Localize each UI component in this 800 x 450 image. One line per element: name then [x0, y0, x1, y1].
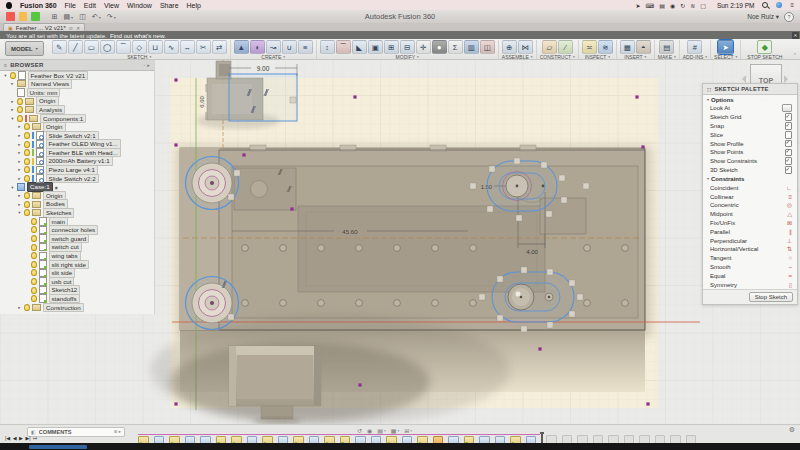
visibility-bulb-icon[interactable] [31, 226, 37, 233]
wifi-icon[interactable]: ≋ [690, 2, 695, 9]
toolbar-group-label-inspect[interactable]: INSPECT▾ [585, 54, 610, 60]
close-window-button[interactable] [6, 12, 15, 21]
menu-edit[interactable]: Edit [84, 2, 96, 9]
palette-constraint-horizontal-vertical[interactable]: Horizontal/Vertical⇅ [703, 245, 797, 254]
interference-icon[interactable]: ◫ [480, 40, 495, 54]
help-icon[interactable]: ? [784, 12, 794, 22]
menu-view[interactable]: View [104, 2, 119, 9]
viewcube-arrow-left[interactable] [742, 75, 746, 83]
toolbar-group-label-insert[interactable]: INSERT▾ [624, 54, 646, 60]
joint-icon[interactable]: ⋈ [518, 40, 533, 54]
slot-icon[interactable]: ⊔ [148, 40, 163, 54]
undo-icon[interactable]: ↶ ▾ [92, 13, 101, 21]
new-component-icon[interactable]: ⊕ [502, 40, 517, 54]
zoom-window-button[interactable] [31, 12, 40, 21]
visibility-bulb-icon[interactable] [31, 252, 37, 259]
checkbox-slice[interactable] [785, 131, 793, 139]
select-icon[interactable]: ➤ [718, 40, 733, 54]
visibility-bulb-icon[interactable] [17, 98, 23, 105]
timeline-settings-gear-icon[interactable]: ⚙ [789, 426, 795, 434]
tree-expander-icon[interactable]: ▾ [17, 210, 22, 215]
tree-expander-icon[interactable]: ▸ [17, 193, 22, 198]
toolbar-group-label-construct[interactable]: CONSTRUCT▾ [540, 54, 575, 60]
visibility-bulb-icon[interactable] [24, 132, 30, 139]
step-back-button[interactable]: ◀ [13, 435, 17, 441]
visibility-bulb-icon[interactable] [17, 115, 23, 122]
user-account-menu[interactable]: Noe Ruiz ▾ [747, 13, 779, 21]
sweep-icon[interactable]: ↝ [266, 40, 281, 54]
trim-icon[interactable]: ✂ [196, 40, 211, 54]
visibility-bulb-icon[interactable] [24, 158, 30, 165]
browser-row-case-1[interactable]: ▾Case:1◉ [0, 183, 154, 192]
arc-icon[interactable]: ⌒ [116, 40, 131, 54]
toolbar-group-label-modify[interactable]: MODIFY▾ [396, 54, 419, 60]
palette-constraint-symmetry[interactable]: Symmetry▯ [703, 280, 797, 289]
tree-expander-icon[interactable]: ▸ [17, 133, 22, 138]
checkbox-sketch-grid[interactable] [785, 113, 793, 121]
siri-icon[interactable] [776, 2, 782, 8]
tree-expander-icon[interactable]: ▸ [10, 81, 15, 86]
airplay-icon[interactable]: ➤ [636, 2, 641, 9]
palette-constraint-midpoint[interactable]: Midpoint△ [703, 210, 797, 219]
visibility-bulb-icon[interactable] [24, 141, 30, 148]
menu-share[interactable]: Share [160, 2, 179, 9]
tree-expander-icon[interactable]: ▸ [17, 202, 22, 207]
fillet-icon[interactable]: ⌒ [336, 40, 351, 54]
browser-row-named-views[interactable]: ▸Named Views [0, 80, 154, 89]
checkbox-3d-sketch[interactable] [785, 166, 793, 174]
tree-expander-icon[interactable]: ▸ [17, 150, 22, 155]
visibility-bulb-icon[interactable] [31, 287, 37, 294]
visibility-bulb-icon[interactable] [31, 261, 37, 268]
palette-constraint-collinear[interactable]: Collinear≡ [703, 192, 797, 201]
sketch-palette-header[interactable]: ∷ SKETCH PALETTE [703, 84, 797, 95]
add-ins-icon[interactable]: # [687, 40, 702, 54]
file-menu-icon[interactable]: ▤ ▾ [63, 13, 73, 21]
app-menu[interactable]: Fusion 360 [20, 2, 57, 9]
tree-expander-icon[interactable]: ▾ [3, 73, 8, 78]
dimension-icon[interactable]: ↔ [180, 40, 195, 54]
look-at-button[interactable] [782, 104, 792, 112]
palette-constraint-fix-unfix[interactable]: Fix/UnFix⊠ [703, 219, 797, 228]
tree-expander-icon[interactable]: ▸ [17, 167, 22, 172]
palette-option-snap[interactable]: Snap [703, 122, 797, 131]
browser-row-connector-holes[interactable]: connector holes [0, 226, 154, 235]
toolbar-group-label-make[interactable]: MAKE▾ [658, 54, 676, 60]
go-to-end-button[interactable]: ↦ [33, 435, 37, 441]
tree-expander-icon[interactable]: ▾ [10, 116, 15, 121]
browser-row-construction[interactable]: ▸Construction [0, 303, 154, 312]
viewcube-arrow-right[interactable] [784, 75, 788, 83]
tree-expander-icon[interactable]: ▸ [17, 124, 22, 129]
whats-new-link[interactable]: Find out what's new. [110, 32, 166, 39]
sync-icon[interactable]: ↻ [680, 2, 685, 9]
palette-option-look-at[interactable]: Look At [703, 104, 797, 113]
visibility-bulb-icon[interactable] [24, 175, 30, 182]
notification-center-icon[interactable]: ≡ [790, 2, 794, 8]
tree-expander-icon[interactable]: ▸ [17, 305, 22, 310]
coil-icon[interactable]: ≡ [298, 40, 313, 54]
battery-icon[interactable]: ▢ [700, 2, 706, 9]
palette-constraints-section[interactable]: ▾ Constraints [703, 174, 797, 183]
shell-icon[interactable]: ▣ [368, 40, 383, 54]
construction-plane-icon[interactable]: ▱ [542, 40, 557, 54]
redo-icon[interactable]: ↷ ▾ [107, 13, 116, 21]
palette-constraint-coincident[interactable]: Coincident∟ [703, 183, 797, 192]
workspace-selector[interactable]: MODEL▾ [5, 41, 44, 56]
browser-row-analysis[interactable]: ▸Analysis [0, 105, 154, 114]
palette-constraint-parallel[interactable]: Parallel∥ [703, 227, 797, 236]
tree-expander-icon[interactable]: ▸ [10, 107, 15, 112]
browser-row-wing-tabs[interactable]: wing tabs [0, 251, 154, 260]
palette-option-show-points[interactable]: Show Points [703, 148, 797, 157]
browser-row-origin[interactable]: ▸Origin [0, 97, 154, 106]
section-analysis-icon[interactable]: ≋ [598, 40, 613, 54]
minimize-window-button[interactable] [19, 12, 28, 21]
visibility-bulb-icon[interactable] [17, 106, 23, 113]
spotlight-search-icon[interactable] [762, 2, 768, 8]
browser-row-sketches[interactable]: ▾Sketches [0, 209, 154, 218]
line-icon[interactable]: ╱ [68, 40, 83, 54]
rectangle-icon[interactable]: ▭ [84, 40, 99, 54]
visibility-bulb-icon[interactable] [24, 304, 30, 311]
toolbar-group-label-add-ins[interactable]: ADD-INS▾ [683, 54, 707, 60]
display-icon[interactable]: ▤ [659, 2, 665, 9]
comments-header-icons[interactable]: ⊙ ▸ [114, 429, 121, 434]
menu-help[interactable]: Help [187, 2, 201, 9]
